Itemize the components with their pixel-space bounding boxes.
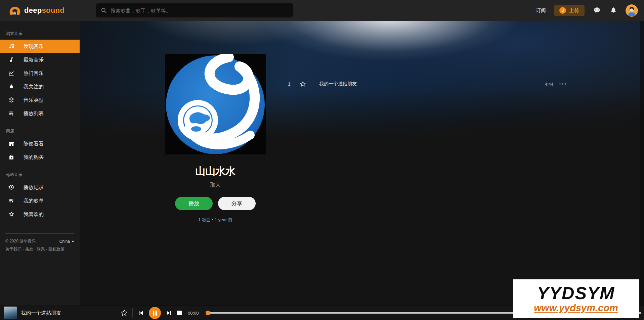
elapsed-time: 00:00 <box>188 311 199 316</box>
sidebar: 浏览音乐 发现音乐 最新音乐 热门音乐 我关注的 音乐类型 <box>0 21 80 306</box>
sidebar-item-latest[interactable]: 最新音乐 <box>0 53 80 66</box>
sidebar-item-following[interactable]: 我关注的 <box>0 80 80 93</box>
sidebar-item-purchases[interactable]: 我的购买 <box>0 150 80 164</box>
album-title: 山山水水 <box>165 165 266 178</box>
stop-icon[interactable] <box>177 311 182 315</box>
album-panel: 山山水水 那人 播放 分享 1 歌曲 • 1 year 前 <box>165 54 266 223</box>
footer-links[interactable]: 关于我们 · 条款 · 联系 · 隐私政策 <box>5 246 74 252</box>
playlists-icon <box>7 110 15 117</box>
album-artist[interactable]: 那人 <box>165 182 266 189</box>
pause-button[interactable] <box>149 307 161 319</box>
section-label: 商店 <box>0 128 80 134</box>
now-playing-thumbnail[interactable] <box>4 307 17 319</box>
sidebar-item-history[interactable]: 播放记录 <box>0 181 80 194</box>
seek-handle[interactable] <box>206 311 210 315</box>
messages-icon[interactable] <box>593 6 601 15</box>
upload-note-icon <box>559 7 566 14</box>
history-icon <box>7 184 15 191</box>
topbar-actions: 订阅 上传 <box>536 0 638 21</box>
track-favorite-star-icon[interactable] <box>299 81 306 88</box>
subscribe-link[interactable]: 订阅 <box>536 7 546 14</box>
watermark-title: YYDSYM <box>537 284 615 302</box>
sidebar-item-discover[interactable]: 发现音乐 <box>0 40 80 53</box>
my-playlists-icon <box>7 197 15 204</box>
search-bar[interactable] <box>96 3 293 17</box>
store-icon <box>7 140 15 147</box>
track-duration: 4:44 <box>545 82 553 87</box>
favorites-star-icon <box>7 211 15 218</box>
now-playing: 我的一个道姑朋友 <box>4 307 132 319</box>
app-logo[interactable]: deepsound <box>9 4 65 16</box>
trending-music-icon <box>7 70 15 77</box>
track-more-icon[interactable] <box>559 83 567 85</box>
brand-wordmark: deepsound <box>24 6 65 15</box>
scrollbar[interactable] <box>640 21 644 306</box>
previous-track-icon[interactable] <box>137 310 144 316</box>
section-label: 你的音乐 <box>0 172 80 178</box>
top-bar: deepsound 订阅 上传 <box>0 0 644 21</box>
track-row[interactable]: 1 我的一个道姑朋友 4:44 <box>288 78 567 90</box>
sidebar-section-your-music: 你的音乐 播放记录 我的歌单 我喜欢的 <box>0 172 80 221</box>
player-favorite-star-icon[interactable] <box>120 309 128 317</box>
share-button[interactable]: 分享 <box>218 197 256 210</box>
genres-icon <box>7 97 15 103</box>
purchases-icon <box>7 154 15 161</box>
copyright-text: © 2020 游牛音乐 <box>5 238 36 244</box>
notifications-bell-icon[interactable] <box>609 6 617 14</box>
search-input[interactable] <box>111 8 289 13</box>
user-avatar[interactable] <box>626 4 638 17</box>
sidebar-section-store: 商店 随便看看 我的购买 <box>0 128 80 164</box>
main-content: 山山水水 那人 播放 分享 1 歌曲 • 1 year 前 1 我的一个道姑朋友… <box>80 21 644 306</box>
sidebar-item-favorites[interactable]: 我喜欢的 <box>0 208 80 221</box>
discover-music-icon <box>7 43 15 50</box>
sidebar-item-store-browse[interactable]: 随便看看 <box>0 137 80 150</box>
country-selector[interactable]: China <box>59 239 74 244</box>
now-playing-title: 我的一个道姑朋友 <box>21 310 61 316</box>
caret-up-icon <box>72 240 74 242</box>
track-number: 1 <box>288 81 293 87</box>
next-track-icon[interactable] <box>166 310 172 316</box>
track-title: 我的一个道姑朋友 <box>319 81 545 87</box>
sidebar-section-browse: 浏览音乐 发现音乐 最新音乐 热门音乐 我关注的 音乐类型 <box>0 31 80 120</box>
sidebar-item-trending[interactable]: 热门音乐 <box>0 66 80 80</box>
sidebar-item-genres[interactable]: 音乐类型 <box>0 93 80 107</box>
watermark: YYDSYM www.yydsym.com <box>513 279 639 318</box>
headphones-logo-icon <box>9 4 21 16</box>
sidebar-footer: © 2020 游牛音乐 China 关于我们 · 条款 · 联系 · 隐私政策 <box>0 233 80 252</box>
sidebar-item-playlists[interactable]: 播放列表 <box>0 107 80 120</box>
album-artwork[interactable] <box>165 54 266 154</box>
watermark-url: www.yydsym.com <box>534 303 618 314</box>
sidebar-divider <box>5 233 74 234</box>
sidebar-item-my-playlists[interactable]: 我的歌单 <box>0 194 80 208</box>
album-meta: 1 歌曲 • 1 year 前 <box>165 217 266 223</box>
play-button[interactable]: 播放 <box>175 197 213 210</box>
upload-button[interactable]: 上传 <box>554 5 585 16</box>
section-label: 浏览音乐 <box>0 31 80 37</box>
following-icon <box>7 84 15 90</box>
latest-music-icon <box>7 56 15 63</box>
search-icon <box>100 7 107 14</box>
